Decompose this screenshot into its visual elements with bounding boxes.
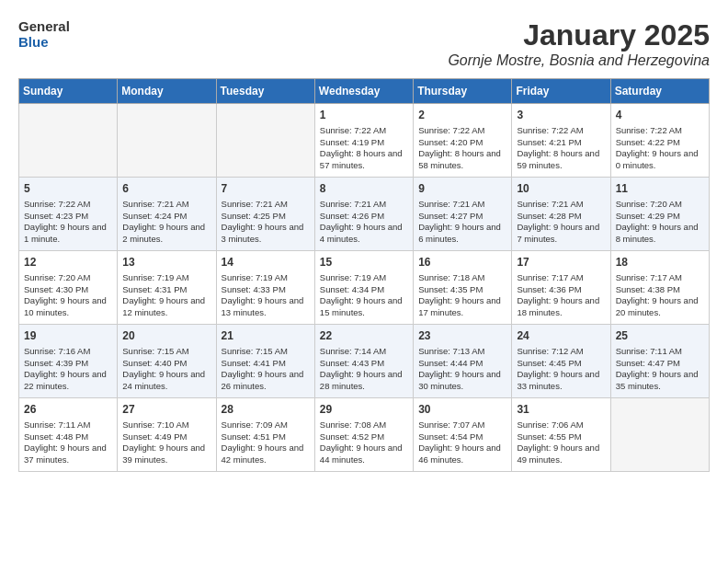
col-header-sunday: Sunday — [19, 79, 118, 104]
calendar-cell: 26Sunrise: 7:11 AMSunset: 4:48 PMDayligh… — [19, 398, 118, 472]
calendar-cell: 6Sunrise: 7:21 AMSunset: 4:24 PMDaylight… — [118, 178, 216, 251]
day-number: 6 — [122, 181, 210, 197]
day-info: Sunrise: 7:11 AMSunset: 4:48 PMDaylight:… — [24, 419, 112, 466]
calendar-cell: 22Sunrise: 7:14 AMSunset: 4:43 PMDayligh… — [314, 325, 413, 398]
day-info: Sunrise: 7:13 AMSunset: 4:44 PMDaylight:… — [418, 346, 506, 393]
logo-blue-text: Blue — [18, 34, 70, 50]
week-row-2: 5Sunrise: 7:22 AMSunset: 4:23 PMDaylight… — [19, 178, 710, 251]
day-info: Sunrise: 7:20 AMSunset: 4:29 PMDaylight:… — [616, 199, 704, 246]
day-info: Sunrise: 7:10 AMSunset: 4:49 PMDaylight:… — [122, 419, 210, 466]
day-info: Sunrise: 7:17 AMSunset: 4:38 PMDaylight:… — [616, 272, 704, 319]
day-number: 21 — [222, 328, 310, 344]
day-info: Sunrise: 7:19 AMSunset: 4:33 PMDaylight:… — [222, 272, 310, 319]
day-info: Sunrise: 7:21 AMSunset: 4:27 PMDaylight:… — [418, 199, 506, 246]
calendar-cell: 25Sunrise: 7:11 AMSunset: 4:47 PMDayligh… — [610, 325, 709, 398]
day-number: 22 — [320, 328, 408, 344]
col-header-thursday: Thursday — [414, 79, 512, 104]
day-number: 1 — [320, 108, 408, 123]
calendar-cell — [19, 104, 118, 178]
col-header-tuesday: Tuesday — [216, 79, 314, 104]
col-header-wednesday: Wednesday — [314, 79, 413, 104]
week-row-4: 19Sunrise: 7:16 AMSunset: 4:39 PMDayligh… — [19, 325, 710, 398]
day-number: 10 — [517, 181, 605, 197]
day-info: Sunrise: 7:22 AMSunset: 4:22 PMDaylight:… — [616, 125, 704, 172]
day-info: Sunrise: 7:08 AMSunset: 4:52 PMDaylight:… — [320, 419, 408, 466]
calendar-cell: 17Sunrise: 7:17 AMSunset: 4:36 PMDayligh… — [512, 251, 610, 325]
day-number: 26 — [24, 402, 112, 418]
calendar-cell: 10Sunrise: 7:21 AMSunset: 4:28 PMDayligh… — [512, 178, 610, 251]
calendar-cell: 7Sunrise: 7:21 AMSunset: 4:25 PMDaylight… — [216, 178, 314, 251]
calendar-cell: 8Sunrise: 7:21 AMSunset: 4:26 PMDaylight… — [314, 178, 413, 251]
day-info: Sunrise: 7:14 AMSunset: 4:43 PMDaylight:… — [320, 346, 408, 393]
calendar-cell: 31Sunrise: 7:06 AMSunset: 4:55 PMDayligh… — [512, 398, 610, 472]
day-info: Sunrise: 7:07 AMSunset: 4:54 PMDaylight:… — [418, 419, 506, 466]
day-number: 13 — [122, 255, 210, 270]
calendar-cell: 16Sunrise: 7:18 AMSunset: 4:35 PMDayligh… — [414, 251, 512, 325]
day-number: 14 — [222, 255, 310, 270]
day-number: 20 — [122, 328, 210, 344]
calendar-cell: 28Sunrise: 7:09 AMSunset: 4:51 PMDayligh… — [216, 398, 314, 472]
col-header-friday: Friday — [512, 79, 610, 104]
calendar-cell: 2Sunrise: 7:22 AMSunset: 4:20 PMDaylight… — [414, 104, 512, 178]
day-info: Sunrise: 7:21 AMSunset: 4:24 PMDaylight:… — [122, 199, 210, 246]
calendar-cell: 18Sunrise: 7:17 AMSunset: 4:38 PMDayligh… — [610, 251, 709, 325]
title-area: January 2025 Gornje Mostre, Bosnia and H… — [448, 18, 710, 69]
day-info: Sunrise: 7:22 AMSunset: 4:19 PMDaylight:… — [320, 125, 408, 172]
day-number: 28 — [222, 402, 310, 418]
day-info: Sunrise: 7:22 AMSunset: 4:21 PMDaylight:… — [517, 125, 605, 172]
day-info: Sunrise: 7:17 AMSunset: 4:36 PMDaylight:… — [517, 272, 605, 319]
day-info: Sunrise: 7:12 AMSunset: 4:45 PMDaylight:… — [517, 346, 605, 393]
day-number: 4 — [616, 108, 704, 123]
day-info: Sunrise: 7:21 AMSunset: 4:28 PMDaylight:… — [517, 199, 605, 246]
calendar-cell — [610, 398, 709, 472]
calendar-cell: 13Sunrise: 7:19 AMSunset: 4:31 PMDayligh… — [118, 251, 216, 325]
day-number: 17 — [517, 255, 605, 270]
calendar-cell: 27Sunrise: 7:10 AMSunset: 4:49 PMDayligh… — [118, 398, 216, 472]
day-number: 8 — [320, 181, 408, 197]
day-number: 15 — [320, 255, 408, 270]
calendar-cell — [118, 104, 216, 178]
day-number: 30 — [418, 402, 506, 418]
calendar-cell: 9Sunrise: 7:21 AMSunset: 4:27 PMDaylight… — [414, 178, 512, 251]
day-number: 31 — [517, 402, 605, 418]
header: GeneralBlue January 2025 Gornje Mostre, … — [18, 18, 710, 69]
calendar-cell: 23Sunrise: 7:13 AMSunset: 4:44 PMDayligh… — [414, 325, 512, 398]
day-number: 5 — [24, 181, 112, 197]
day-number: 16 — [418, 255, 506, 270]
day-info: Sunrise: 7:16 AMSunset: 4:39 PMDaylight:… — [24, 346, 112, 393]
calendar-cell: 3Sunrise: 7:22 AMSunset: 4:21 PMDaylight… — [512, 104, 610, 178]
day-number: 19 — [24, 328, 112, 344]
calendar-table: SundayMondayTuesdayWednesdayThursdayFrid… — [18, 78, 710, 472]
day-number: 25 — [616, 328, 704, 344]
calendar-cell: 19Sunrise: 7:16 AMSunset: 4:39 PMDayligh… — [19, 325, 118, 398]
calendar-cell: 20Sunrise: 7:15 AMSunset: 4:40 PMDayligh… — [118, 325, 216, 398]
day-info: Sunrise: 7:20 AMSunset: 4:30 PMDaylight:… — [24, 272, 112, 319]
day-info: Sunrise: 7:06 AMSunset: 4:55 PMDaylight:… — [517, 419, 605, 466]
calendar-cell: 11Sunrise: 7:20 AMSunset: 4:29 PMDayligh… — [610, 178, 709, 251]
calendar-cell: 15Sunrise: 7:19 AMSunset: 4:34 PMDayligh… — [314, 251, 413, 325]
calendar-cell: 4Sunrise: 7:22 AMSunset: 4:22 PMDaylight… — [610, 104, 709, 178]
day-number: 9 — [418, 181, 506, 197]
location-subtitle: Gornje Mostre, Bosnia and Herzegovina — [448, 52, 710, 69]
col-header-monday: Monday — [118, 79, 216, 104]
day-info: Sunrise: 7:11 AMSunset: 4:47 PMDaylight:… — [616, 346, 704, 393]
week-row-1: 1Sunrise: 7:22 AMSunset: 4:19 PMDaylight… — [19, 104, 710, 178]
calendar-cell: 30Sunrise: 7:07 AMSunset: 4:54 PMDayligh… — [414, 398, 512, 472]
week-row-5: 26Sunrise: 7:11 AMSunset: 4:48 PMDayligh… — [19, 398, 710, 472]
calendar-cell: 24Sunrise: 7:12 AMSunset: 4:45 PMDayligh… — [512, 325, 610, 398]
col-header-saturday: Saturday — [610, 79, 709, 104]
week-row-3: 12Sunrise: 7:20 AMSunset: 4:30 PMDayligh… — [19, 251, 710, 325]
day-number: 29 — [320, 402, 408, 418]
day-info: Sunrise: 7:22 AMSunset: 4:20 PMDaylight:… — [418, 125, 506, 172]
calendar-cell: 12Sunrise: 7:20 AMSunset: 4:30 PMDayligh… — [19, 251, 118, 325]
calendar-cell: 1Sunrise: 7:22 AMSunset: 4:19 PMDaylight… — [314, 104, 413, 178]
day-info: Sunrise: 7:18 AMSunset: 4:35 PMDaylight:… — [418, 272, 506, 319]
calendar-header-row: SundayMondayTuesdayWednesdayThursdayFrid… — [19, 79, 710, 104]
day-info: Sunrise: 7:15 AMSunset: 4:40 PMDaylight:… — [122, 346, 210, 393]
calendar-cell: 21Sunrise: 7:15 AMSunset: 4:41 PMDayligh… — [216, 325, 314, 398]
day-number: 7 — [222, 181, 310, 197]
day-info: Sunrise: 7:15 AMSunset: 4:41 PMDaylight:… — [222, 346, 310, 393]
day-number: 12 — [24, 255, 112, 270]
day-number: 27 — [122, 402, 210, 418]
day-info: Sunrise: 7:21 AMSunset: 4:25 PMDaylight:… — [222, 199, 310, 246]
